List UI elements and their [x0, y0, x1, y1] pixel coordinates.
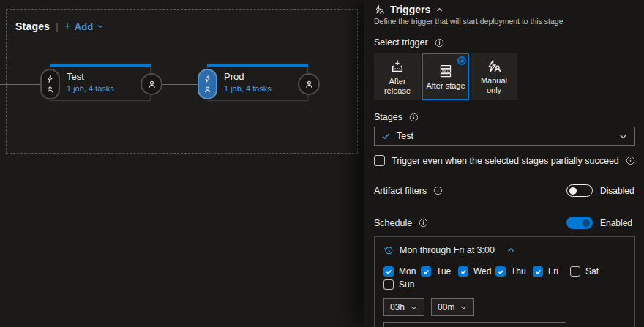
day-checkbox-mon[interactable] — [383, 266, 394, 277]
day-checkbox-fri[interactable] — [533, 266, 543, 277]
person-icon — [46, 86, 54, 94]
stage-card-prod[interactable]: Prod 1 job, 4 tasks — [207, 64, 308, 101]
artifact-filters-state: Disabled — [600, 186, 635, 196]
info-icon[interactable] — [409, 113, 419, 122]
timezone-select[interactable]: (UTC) Coordinated Universal Time — [383, 322, 566, 327]
toggle-knob — [569, 187, 577, 195]
day-checkbox-sun[interactable] — [383, 279, 394, 290]
pre-deployment-conditions-button[interactable] — [40, 69, 60, 99]
schedule-editor-panel: Mon through Fri at 3:00 Mon Tue Wed Thu — [374, 236, 635, 327]
stages-dropdown-value: Test — [397, 131, 413, 141]
triggers-panel: Triggers Define the trigger that will st… — [364, 0, 644, 327]
add-stage-label: Add — [75, 21, 93, 32]
plus-icon: + — [64, 20, 71, 32]
day-label: Thu — [511, 266, 526, 277]
selected-radio-indicator — [457, 56, 466, 65]
stages-title: Stages — [15, 20, 50, 32]
stage-jobs-link[interactable]: 1 job, 4 tasks — [67, 84, 146, 93]
day-label: Sat — [585, 266, 599, 277]
lightning-person-icon — [486, 59, 502, 74]
lightning-icon — [46, 75, 54, 83]
pre-deployment-conditions-button[interactable] — [198, 69, 217, 99]
day-checkbox-tue[interactable] — [421, 266, 431, 277]
stage-connector-line — [0, 84, 40, 85]
stage-jobs-link[interactable]: 1 job, 4 tasks — [224, 84, 303, 93]
artifact-filters-toggle[interactable] — [566, 184, 593, 197]
lightning-icon — [203, 75, 211, 83]
trigger-option-after-release[interactable]: After release — [374, 53, 421, 100]
add-stage-button[interactable]: + Add — [64, 20, 105, 32]
day-checkbox-thu[interactable] — [495, 266, 506, 277]
day-checkbox-wed[interactable] — [458, 266, 468, 277]
trigger-option-label: After stage — [426, 81, 465, 91]
triggers-subtitle: Define the trigger that will start deplo… — [374, 17, 635, 26]
day-label: Wed — [473, 266, 491, 277]
person-icon — [147, 80, 157, 89]
trigger-option-manual-only[interactable]: Manual only — [471, 53, 517, 100]
artifact-filters-label: Artifact filters — [374, 186, 427, 196]
weekday-checkbox-row: Mon Tue Wed Thu Fri Sat — [383, 266, 626, 277]
after-release-icon — [389, 59, 405, 75]
partial-succeed-label: Trigger even when the selected stages pa… — [392, 156, 619, 166]
trigger-options: After release After stage Manual only — [374, 53, 635, 100]
weekday-checkbox-row: Sun — [383, 279, 626, 290]
person-icon — [304, 80, 314, 89]
day-label: Sun — [399, 279, 414, 290]
hour-value: 03h — [390, 302, 405, 312]
lightning-person-icon — [374, 4, 385, 15]
check-icon — [386, 268, 392, 275]
check-icon — [498, 268, 504, 275]
stage-name: Test — [67, 71, 146, 82]
minute-value: 00m — [438, 302, 454, 312]
triggers-panel-header[interactable]: Triggers — [374, 4, 635, 15]
check-icon — [423, 268, 430, 275]
schedule-summary-header[interactable]: Mon through Fri at 3:00 — [383, 245, 626, 255]
check-icon — [460, 268, 467, 275]
chevron-down-icon — [410, 304, 418, 312]
chevron-down-icon — [97, 23, 104, 30]
stage-name: Prod — [224, 71, 303, 82]
post-deployment-conditions-button[interactable] — [141, 73, 162, 95]
stage-connector-line — [162, 84, 198, 85]
stages-dropdown-label: Stages — [374, 112, 402, 122]
post-deployment-conditions-button[interactable] — [298, 73, 320, 95]
after-stage-icon — [438, 63, 454, 79]
minute-select[interactable]: 00m — [431, 298, 474, 316]
stage-card-test[interactable]: Test 1 job, 4 tasks — [50, 64, 151, 101]
trigger-option-after-stage[interactable]: After stage — [422, 53, 469, 100]
pipeline-canvas: Stages | + Add Test 1 job, 4 tasks — [0, 0, 364, 327]
trigger-option-label: After release — [378, 77, 417, 96]
schedule-label: Schedule — [374, 218, 412, 228]
chevron-up-icon[interactable] — [506, 246, 515, 255]
header-divider: | — [56, 21, 58, 32]
person-icon — [203, 86, 211, 94]
chevron-up-icon[interactable] — [435, 6, 443, 14]
check-icon — [535, 268, 542, 275]
chevron-down-icon — [460, 304, 468, 312]
schedule-summary-text: Mon through Fri at 3:00 — [400, 245, 495, 255]
select-trigger-label: Select trigger — [374, 37, 428, 48]
info-icon[interactable] — [433, 186, 443, 195]
stages-header: Stages | + Add — [15, 20, 104, 32]
schedule-state: Enabled — [600, 218, 635, 228]
chevron-down-icon — [618, 132, 628, 141]
info-icon[interactable] — [435, 38, 444, 48]
trigger-option-label: Manual only — [474, 76, 514, 95]
info-icon[interactable] — [419, 218, 428, 228]
checkmark-icon — [381, 132, 390, 140]
schedule-toggle[interactable] — [566, 217, 593, 229]
toggle-knob — [583, 219, 590, 227]
stages-dropdown[interactable]: Test — [374, 127, 635, 146]
partial-succeed-checkbox[interactable] — [374, 155, 385, 166]
hour-select[interactable]: 03h — [383, 298, 424, 316]
day-checkbox-sat[interactable] — [570, 266, 580, 277]
stages-group: Stages | + Add Test 1 job, 4 tasks — [6, 9, 358, 154]
history-clock-icon — [383, 245, 394, 255]
day-label: Fri — [548, 266, 558, 277]
day-label: Tue — [436, 266, 451, 277]
day-label: Mon — [399, 266, 416, 277]
triggers-title: Triggers — [390, 4, 430, 15]
info-icon[interactable] — [626, 156, 635, 165]
